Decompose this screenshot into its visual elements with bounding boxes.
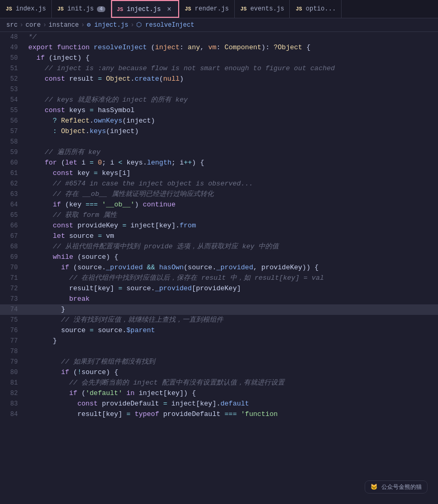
code-line: 59 // 遍历所有 key (0, 147, 438, 158)
code-line: 50 if (inject) { (0, 53, 438, 63)
code-line: 66 const provideKey = inject[key].from (0, 221, 438, 231)
watermark-text: 🐱 公众号金熊的猫 (365, 480, 428, 494)
code-line: 74 } (0, 304, 438, 315)
code-line: 83 const provideDefault = inject[key].de… (0, 399, 438, 409)
tab-label: events.js (250, 5, 284, 13)
code-line: 71 // 在祖代组件中找到对应值以后，保存在 result 中，如 resul… (0, 273, 438, 283)
code-line: 81 // 会先判断当前的 inject 配置中有没有设置默认值，有就进行设置 (0, 378, 438, 388)
breadcrumb-fn: ⬡ resolveInject (136, 21, 194, 29)
code-line: 77 } (0, 336, 438, 346)
js-icon: JS (184, 5, 192, 13)
code-line: 57 : Object.keys(inject) (0, 126, 438, 137)
code-line: 82 if ('default' in inject[key]) { (0, 388, 438, 399)
tab-bar: JS index.js JS init.js 4 JS inject.js × … (0, 0, 438, 18)
tab-render[interactable]: JS render.js (179, 0, 235, 18)
js-icon: JS (5, 5, 13, 13)
code-line: 67 let source = vm (0, 231, 438, 242)
code-line: 61 const key = keys[i] (0, 168, 438, 179)
js-icon: JS (57, 5, 64, 13)
code-line: 55 const keys = hasSymbol (0, 105, 438, 116)
tab-label: inject.js (127, 6, 161, 13)
code-line: 65 // 获取 form 属性 (0, 210, 438, 221)
code-line: 52 const result = Object.create(null) (0, 74, 438, 84)
tab-label: render.js (195, 5, 229, 13)
tab-index[interactable]: JS index.js (0, 0, 52, 18)
breadcrumb-src: src (6, 21, 18, 29)
tab-label: index.js (16, 5, 46, 13)
js-icon: JS (295, 5, 302, 13)
code-line: 75 // 没有找到对应值，就继续往上查找，一直到根组件 (0, 315, 438, 325)
code-line: 53 (0, 84, 438, 95)
code-line: 51 // inject is :any because flow is not… (0, 63, 438, 74)
tab-inject[interactable]: JS inject.js × (111, 0, 179, 18)
tab-option[interactable]: JS optio... (290, 0, 342, 18)
tab-label: optio... (305, 5, 336, 13)
code-line: 58 (0, 137, 438, 147)
code-line: 76 source = source.$parent (0, 325, 438, 336)
code-line: 48 */ (0, 32, 438, 42)
code-line: 80 if (!source) { (0, 367, 438, 378)
code-line: 68 // 从祖代组件配置项中找到 provide 选项，从而获取对应 key … (0, 242, 438, 252)
code-line: 56 ? Reflect.ownKeys(inject) (0, 116, 438, 126)
breadcrumb-core: core (26, 21, 41, 29)
code-line: 72 result[key] = source._provided[provid… (0, 283, 438, 294)
code-line: 62 // #6574 in case the inject object is… (0, 179, 438, 189)
code-line: 78 (0, 346, 438, 357)
breadcrumb-instance: instance (49, 21, 79, 29)
watermark: 🐱 公众号金熊的猫 (365, 480, 428, 494)
tab-init[interactable]: JS init.js 4 (52, 0, 111, 18)
code-line: 69 while (source) { (0, 252, 438, 262)
tab-badge: 4 (97, 6, 105, 12)
tab-events[interactable]: JS events.js (235, 0, 290, 18)
code-line: 79 // 如果到了根组件都没有找到 (0, 357, 438, 367)
code-line: 84 result[key] = typeof provideDefault =… (0, 409, 438, 420)
tab-close-button[interactable]: × (165, 5, 173, 14)
js-icon: JS (240, 5, 247, 13)
code-line: 64 if (key === '__ob__') continue (0, 200, 438, 210)
code-line: 73 break (0, 294, 438, 304)
js-icon: JS (116, 6, 124, 13)
code-editor: 48 */ 49 export function resolveInject (… (0, 32, 438, 420)
code-line: 49 export function resolveInject (inject… (0, 42, 438, 53)
breadcrumb-file: ⚙ inject.js (87, 21, 128, 29)
code-line: 54 // keys 就是标准化的 inject 的所有 key (0, 95, 438, 105)
tab-label: init.js (68, 5, 94, 13)
breadcrumb: src › core › instance › ⚙ inject.js › ⬡ … (0, 18, 438, 32)
code-line: 63 // 存在 __ob__ 属性就证明已经进行过响应式转化 (0, 189, 438, 200)
code-line: 70 if (source._provided && hasOwn(source… (0, 262, 438, 273)
code-line: 60 for (let i = 0; i < keys.length; i++)… (0, 158, 438, 168)
